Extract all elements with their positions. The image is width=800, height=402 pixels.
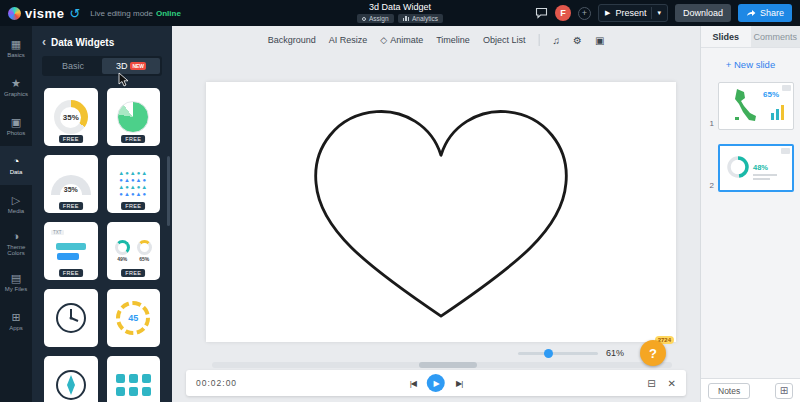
notes-button[interactable]: Notes xyxy=(708,383,750,399)
divider xyxy=(538,34,539,46)
new-slide-button[interactable]: + New slide xyxy=(701,59,800,70)
close-player-icon[interactable]: ✕ xyxy=(668,378,676,389)
bar-icon xyxy=(56,243,86,250)
slides-panel-footer: Notes ⊞ xyxy=(701,378,800,402)
comments-icon[interactable] xyxy=(535,7,548,19)
timeline-button[interactable]: Timeline xyxy=(436,35,470,45)
sidebar-item-basics[interactable]: ▦ Basics xyxy=(0,29,32,68)
playback-bar: 00:02:00 |◀ ▶ ▶| ⊟ ✕ xyxy=(186,370,686,396)
widget-gauge[interactable]: 35% FREE xyxy=(44,155,98,213)
slides-panel: Slides Comments + New slide 1 65% 2 xyxy=(700,26,800,402)
panel-scrollbar[interactable] xyxy=(167,156,170,226)
widget-grid: 35% FREE FREE 35% FREE ▲●▲●▲ ●▲●▲● ▲●▲●▲… xyxy=(32,82,172,402)
sidebar-item-media[interactable]: ▷ Media xyxy=(0,185,32,224)
slide-number: 2 xyxy=(709,181,714,190)
zoom-slider-handle[interactable] xyxy=(544,349,553,358)
background-button[interactable]: Background xyxy=(268,35,316,45)
assign-icon xyxy=(362,17,366,21)
palette-icon: ◑ xyxy=(13,231,20,242)
slide-thumbnail-2[interactable]: 48% xyxy=(718,144,794,192)
animate-button[interactable]: ◇ Animate xyxy=(380,35,423,45)
tab-comments[interactable]: Comments xyxy=(751,26,800,47)
presentation-mode-icon[interactable]: ⊟ xyxy=(647,378,655,389)
next-slide-icon[interactable]: ▶| xyxy=(456,379,462,388)
download-button[interactable]: Download xyxy=(675,4,731,22)
tab-slides[interactable]: Slides xyxy=(701,26,751,47)
slide-row-2: 2 48% xyxy=(701,144,800,192)
user-avatar[interactable]: F xyxy=(555,5,571,21)
undo-icon[interactable]: ↺ xyxy=(69,6,80,21)
widget-clock[interactable] xyxy=(44,289,98,347)
sidebar-item-graphics[interactable]: ★ Graphics xyxy=(0,68,32,107)
bar-icon xyxy=(57,253,79,260)
folder-icon: ▤ xyxy=(11,273,21,284)
online-status: Online xyxy=(156,9,181,18)
widget-shape-array[interactable]: ▲●▲●▲ ●▲●▲● ▲●▲●▲ ●▲●▲● FREE xyxy=(107,155,161,213)
pie-chart-icon: ◔ xyxy=(13,156,20,167)
chevron-down-icon[interactable]: ▾ xyxy=(657,9,661,17)
frame-icon[interactable]: ▣ xyxy=(595,35,604,46)
widget-pie-chart[interactable]: FREE xyxy=(107,88,161,146)
heart-shape[interactable] xyxy=(261,89,621,335)
play-icon: ▶ xyxy=(605,9,610,17)
present-label: Present xyxy=(615,8,646,18)
add-collaborator-button[interactable]: + xyxy=(578,7,591,20)
audio-icon[interactable]: ♫ xyxy=(552,35,560,46)
document-title[interactable]: 3d Data Widget xyxy=(357,2,443,12)
zoom-level: 61% xyxy=(606,348,624,358)
text-tag: TXT xyxy=(51,230,64,235)
present-button[interactable]: ▶ Present ▾ xyxy=(598,4,668,22)
new-badge: NEW xyxy=(130,62,146,70)
analytics-label: Analytics xyxy=(412,15,438,22)
widget-compass[interactable] xyxy=(44,356,98,402)
sidebar-item-data[interactable]: ◔ Data xyxy=(0,146,32,185)
download-label: Download xyxy=(683,8,723,18)
help-button[interactable]: ? xyxy=(640,340,666,366)
slide-number: 1 xyxy=(709,119,714,128)
panel-back-header[interactable]: ‹ Data Widgets xyxy=(32,26,172,56)
sidebar-item-apps[interactable]: ⊞ Apps xyxy=(0,302,32,341)
sidebar-item-theme-colors[interactable]: ◑ Theme Colors xyxy=(0,224,32,263)
widget-ring-counter[interactable]: 45 xyxy=(107,289,161,347)
ai-resize-button[interactable]: AI Resize xyxy=(329,35,368,45)
free-badge: FREE xyxy=(59,269,83,277)
sidebar-item-my-files[interactable]: ▤ My Files xyxy=(0,263,32,302)
object-list-button[interactable]: Object List xyxy=(483,35,526,45)
tab-3d[interactable]: 3D NEW xyxy=(102,58,160,74)
analytics-button[interactable]: Analytics xyxy=(398,14,444,23)
play-button[interactable]: ▶ xyxy=(427,374,445,392)
slide-row-1: 1 65% xyxy=(701,82,800,130)
visme-logo[interactable]: visme xyxy=(8,6,64,21)
data-widgets-panel: ‹ Data Widgets Basic 3D NEW 35% FREE FRE… xyxy=(32,26,172,402)
horizontal-scrollbar-thumb[interactable] xyxy=(419,362,477,368)
widget-progress-bars[interactable]: TXT FREE xyxy=(44,222,98,280)
time-display: 00:02:00 xyxy=(196,378,237,388)
analytics-icon xyxy=(403,16,410,21)
widget-donut-chart[interactable]: 35% FREE xyxy=(44,88,98,146)
sidebar-item-photos[interactable]: ▣ Photos xyxy=(0,107,32,146)
top-bar: visme ↺ Live editing mode Online 3d Data… xyxy=(0,0,800,26)
svg-text:48%: 48% xyxy=(753,163,768,172)
panel-title: Data Widgets xyxy=(51,37,114,48)
free-badge: FREE xyxy=(59,202,83,210)
settings-gear-icon[interactable]: ⚙ xyxy=(573,35,582,46)
widget-icon-array[interactable] xyxy=(107,356,161,402)
slide-thumbnail-1[interactable]: 65% xyxy=(718,82,794,130)
share-button[interactable]: Share xyxy=(738,4,792,22)
assign-button[interactable]: Assign xyxy=(357,14,394,23)
clock-icon xyxy=(54,301,88,335)
previous-slide-icon[interactable]: |◀ xyxy=(410,379,416,388)
widget-dual-gauges[interactable]: 49% 65% FREE xyxy=(107,222,161,280)
playback-controls: |◀ ▶ ▶| xyxy=(410,374,462,392)
zoom-slider[interactable] xyxy=(518,352,598,355)
diamond-icon: ◇ xyxy=(380,35,387,45)
slide-comment-badge xyxy=(782,85,791,91)
slide-sorter-icon[interactable]: ⊞ xyxy=(775,383,793,399)
slide-canvas[interactable] xyxy=(206,82,676,342)
tab-basic[interactable]: Basic xyxy=(44,58,102,74)
divider xyxy=(651,7,652,19)
brand-name: visme xyxy=(25,6,64,21)
share-label: Share xyxy=(760,8,784,18)
media-play-icon: ▷ xyxy=(12,195,20,206)
visme-logo-icon xyxy=(8,7,21,20)
